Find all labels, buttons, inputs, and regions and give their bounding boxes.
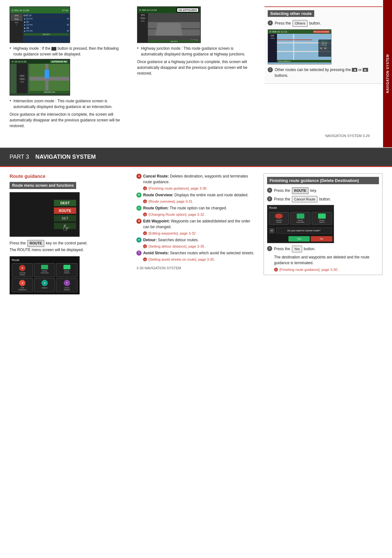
finish-step-3-num: 3 xyxy=(267,246,272,251)
rc-cancel-label: CancelRoute xyxy=(270,219,288,223)
item-a-circle: a xyxy=(136,174,142,179)
map-rec: Recommended xyxy=(313,30,330,33)
others-button[interactable]: Others xyxy=(293,20,308,27)
part-number: PART 3 xyxy=(10,154,29,160)
rc-cancel[interactable]: CancelRoute xyxy=(269,212,289,225)
step-1-num: 1 xyxy=(268,20,273,25)
step-2-text: Other routes can be selected by pressing… xyxy=(275,67,379,78)
edit-waypoint-btn[interactable]: d EditWaypoint xyxy=(12,278,33,292)
cancel-route-btn-2[interactable]: Cancel Route xyxy=(292,196,318,203)
header-speed: 17 mi xyxy=(62,9,68,12)
finish-step-1: 1 Press the ROUTE key. xyxy=(267,187,379,194)
gps-btn: GPS xyxy=(11,14,22,17)
item-d-circle: d xyxy=(136,219,142,224)
map-left-panel: GPS 114mi xyxy=(268,34,277,62)
start-guidance-btn[interactable]: Start guidance xyxy=(277,60,331,62)
yes-btn-2[interactable]: Yes xyxy=(292,246,302,252)
yes-btn[interactable]: Yes xyxy=(288,236,310,242)
route-btn-main[interactable]: ROUTE xyxy=(54,207,76,214)
route-caption: Press the ROUTE key on the control panel… xyxy=(10,240,128,253)
left-panel: GPS 700m POI + xyxy=(10,13,23,42)
item-c-text: Route Option: The route option can be ch… xyxy=(143,205,227,211)
item-a-text: Cancel Route: Deletes destination, waypo… xyxy=(143,173,255,185)
ref-text-5: [Setting detour distance], page 3-35 . xyxy=(149,244,206,248)
plus-btn: + xyxy=(11,24,22,26)
item-a-ref: Q [Finishing route guidance], page 3-30 … xyxy=(143,186,255,190)
hw-body: 1.7 mi GPS 700m POI US-23 S xyxy=(138,13,200,43)
top-section: ⊙ 601 mi 11:00 17 mi GPS 700m POI + EXIT… xyxy=(0,0,392,148)
int-map: 0.4 mi xyxy=(29,64,69,93)
arrow-right-btn: ► xyxy=(363,68,368,72)
ref-q-5: Q xyxy=(143,244,147,248)
hw-header: ⊙ 604 mi 11:03 US-23/TOLEDO xyxy=(138,7,200,13)
detour-btn[interactable]: e Detour xyxy=(34,278,55,292)
route-title-label: Route xyxy=(12,258,77,262)
avoid-streets-btn[interactable]: f AvoidStreets xyxy=(56,278,77,292)
int-poi: POI xyxy=(20,81,24,83)
arrow-left[interactable]: ◄ xyxy=(319,47,323,49)
edit-label: EditWaypoint xyxy=(13,287,32,291)
cancel-route-btn[interactable]: a CancelRoute xyxy=(12,263,33,277)
bottom-col-2: a Cancel Route: Deletes destination, way… xyxy=(136,173,255,270)
hw-gps: GPS xyxy=(141,14,145,16)
route-num-1: ▲ 31 xyxy=(24,20,69,23)
top-content: ⊙ 601 mi 11:00 17 mi GPS 700m POI + EXIT… xyxy=(10,6,382,131)
dest-btn[interactable]: DEST xyxy=(54,200,76,206)
route-key: ROUTE xyxy=(27,240,44,247)
route-key-2: ROUTE xyxy=(292,187,309,194)
int-700m: 700m xyxy=(19,78,25,80)
route-option-btn[interactable]: RouteOption xyxy=(56,263,77,277)
ref-q-4: Q xyxy=(143,231,147,235)
top-col-1: ⊙ 601 mi 11:00 17 mi GPS 700m POI + EXIT… xyxy=(10,6,127,131)
ref-q-3: Q xyxy=(143,213,147,216)
screen-body: GPS 700m POI + EXIT 27 ▲ 8.0 mi⊞ ▲ xyxy=(10,13,69,42)
int-gps: GPS xyxy=(19,75,25,77)
other-route-box: Selecting other route 1 Press the Others… xyxy=(265,6,382,84)
intersection-text-1: Intersection zoom mode : This route guid… xyxy=(10,98,127,110)
item-b-circle: b xyxy=(136,192,142,198)
route-btns-grid: a CancelRoute RouteOverview RouteOption … xyxy=(12,263,77,292)
map-body: GPS 114mi — 603 mi — 153 mi — 0.0 mi ◄ ► xyxy=(268,34,331,62)
finishing-title: Finishing route guidance (Delete Destina… xyxy=(267,177,379,184)
700m-btn: 700m xyxy=(11,18,22,21)
w-icon: W xyxy=(269,228,274,233)
route-icon-row: CancelRoute RouteOverview RouteOption xyxy=(267,210,334,226)
rc-overview[interactable]: RouteOverview xyxy=(290,212,310,225)
no-btn[interactable]: No xyxy=(311,236,332,242)
hand-pointer: ☞ xyxy=(63,224,70,233)
top-col-3: Selecting other route 1 Press the Others… xyxy=(265,6,382,84)
int-header-dist: ⊙ 25 mi 0:33 xyxy=(11,60,26,63)
bottom-col-1: Route guidance Route menu screen and fun… xyxy=(10,173,128,298)
route-overview-btn[interactable]: RouteOverview xyxy=(34,263,55,277)
rc-overview-label: RouteOverview xyxy=(291,219,309,223)
confirm-btns: Yes No xyxy=(267,235,334,243)
option-label: RouteOption xyxy=(57,270,76,274)
bottom-col-3: Finishing route guidance (Delete Destina… xyxy=(264,173,382,275)
route-row: EXIT 27 xyxy=(24,14,69,17)
arrow-right[interactable]: ► xyxy=(323,47,327,49)
subsection-label: Route menu screen and functions xyxy=(10,182,76,189)
step-1-text: Press the Others button. xyxy=(275,20,321,27)
step-2-num: 2 xyxy=(268,67,273,72)
hw-header-dist: ⊙ 604 mi 11:03 xyxy=(139,9,156,11)
dist-3: — 0.0 mi xyxy=(319,44,330,46)
route-dist-1: ▲ 8.0 mi⊞ xyxy=(24,17,69,20)
finish-step-3-desc: The destination and waypoints are delete… xyxy=(274,254,379,266)
int-road-top: SUPERIOR RD xyxy=(50,60,68,63)
highway-mode-text: Highway mode : If the button is pressed,… xyxy=(10,46,127,57)
overview-icon xyxy=(41,265,48,269)
finish-ref: Q [Finishing route guidance], page 3-30 … xyxy=(274,268,379,272)
item-d-ref: Q [Editing waypoints], page 3-32 . xyxy=(143,231,255,235)
other-route-map: ⊙ 608 mi 11:13 Recommended GPS 11 xyxy=(268,29,331,64)
ml-gps: GPS xyxy=(271,34,275,37)
nav-sidebar-text: NAVIGATION SYSTEM xyxy=(386,54,389,93)
item-overview: b Route Overview: Displays the entire ro… xyxy=(136,192,255,198)
rc-option[interactable]: RouteOption xyxy=(312,212,332,225)
item-avoid: f Avoid Streets: Searches routes which a… xyxy=(136,250,255,256)
item-detour: e Detour: Searches detour routes. xyxy=(136,237,255,243)
set-btn[interactable]: SET xyxy=(54,215,76,221)
spacer-left xyxy=(269,236,287,242)
step-2: 2 Other routes can be selected by pressi… xyxy=(268,67,379,78)
finish-step-1-text: Press the ROUTE key. xyxy=(274,187,317,194)
exit-label: EXIT 27 xyxy=(24,14,32,17)
